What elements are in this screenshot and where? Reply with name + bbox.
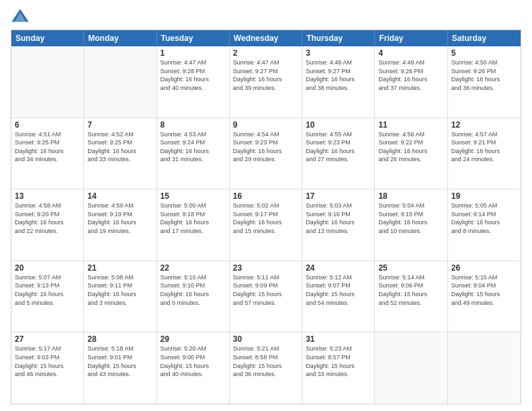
calendar-cell: 1Sunrise: 4:47 AM Sunset: 9:28 PM Daylig… xyxy=(157,46,230,118)
day-number: 31 xyxy=(306,334,371,344)
calendar-cell: 5Sunrise: 4:50 AM Sunset: 9:26 PM Daylig… xyxy=(448,46,521,118)
cell-content: Sunrise: 4:51 AM Sunset: 9:25 PM Dayligh… xyxy=(15,130,80,164)
cell-content: Sunrise: 4:58 AM Sunset: 9:20 PM Dayligh… xyxy=(15,201,80,235)
calendar-cell: 3Sunrise: 4:48 AM Sunset: 9:27 PM Daylig… xyxy=(302,46,375,118)
calendar-cell: 27Sunrise: 5:17 AM Sunset: 9:03 PM Dayli… xyxy=(11,332,84,404)
day-number: 23 xyxy=(233,263,298,273)
day-number: 21 xyxy=(87,263,152,273)
cell-content: Sunrise: 4:54 AM Sunset: 9:23 PM Dayligh… xyxy=(233,130,298,164)
calendar-cell: 22Sunrise: 5:10 AM Sunset: 9:10 PM Dayli… xyxy=(157,261,230,332)
page: SundayMondayTuesdayWednesdayThursdayFrid… xyxy=(0,0,532,411)
calendar-header-cell: Monday xyxy=(84,30,157,46)
cell-content: Sunrise: 5:05 AM Sunset: 9:14 PM Dayligh… xyxy=(451,201,517,235)
calendar-header-cell: Thursday xyxy=(302,30,375,46)
cell-content: Sunrise: 4:59 AM Sunset: 9:19 PM Dayligh… xyxy=(87,201,152,235)
calendar-header-cell: Sunday xyxy=(11,30,84,46)
cell-content: Sunrise: 5:14 AM Sunset: 9:06 PM Dayligh… xyxy=(378,273,443,307)
calendar-cell: 16Sunrise: 5:02 AM Sunset: 9:17 PM Dayli… xyxy=(230,189,302,261)
cell-content: Sunrise: 5:02 AM Sunset: 9:17 PM Dayligh… xyxy=(233,201,298,235)
calendar-cell: 23Sunrise: 5:11 AM Sunset: 9:09 PM Dayli… xyxy=(230,261,302,332)
calendar-cell: 14Sunrise: 4:59 AM Sunset: 9:19 PM Dayli… xyxy=(84,189,157,261)
calendar-cell: 25Sunrise: 5:14 AM Sunset: 9:06 PM Dayli… xyxy=(375,261,447,332)
day-number: 12 xyxy=(451,120,517,130)
day-number: 29 xyxy=(161,334,226,344)
day-number: 20 xyxy=(15,263,80,273)
cell-content: Sunrise: 5:07 AM Sunset: 9:13 PM Dayligh… xyxy=(15,273,80,307)
day-number: 24 xyxy=(306,263,371,273)
day-number: 14 xyxy=(87,191,152,201)
cell-content: Sunrise: 5:18 AM Sunset: 9:01 PM Dayligh… xyxy=(87,345,152,378)
cell-content: Sunrise: 5:03 AM Sunset: 9:16 PM Dayligh… xyxy=(306,201,371,235)
cell-content: Sunrise: 5:10 AM Sunset: 9:10 PM Dayligh… xyxy=(161,273,226,307)
calendar-cell: 30Sunrise: 5:21 AM Sunset: 8:58 PM Dayli… xyxy=(230,332,302,404)
day-number: 28 xyxy=(87,334,152,344)
calendar-cell: 10Sunrise: 4:55 AM Sunset: 9:23 PM Dayli… xyxy=(302,118,375,189)
day-number: 15 xyxy=(161,191,226,201)
cell-content: Sunrise: 5:11 AM Sunset: 9:09 PM Dayligh… xyxy=(233,273,298,307)
calendar-body: 1Sunrise: 4:47 AM Sunset: 9:28 PM Daylig… xyxy=(11,46,521,404)
day-number: 19 xyxy=(451,191,517,201)
cell-content: Sunrise: 4:57 AM Sunset: 9:21 PM Dayligh… xyxy=(451,130,517,164)
calendar-cell: 7Sunrise: 4:52 AM Sunset: 9:25 PM Daylig… xyxy=(84,118,157,189)
day-number: 9 xyxy=(233,120,298,130)
calendar-cell: 28Sunrise: 5:18 AM Sunset: 9:01 PM Dayli… xyxy=(84,332,157,404)
day-number: 3 xyxy=(306,48,371,58)
day-number: 22 xyxy=(161,263,226,273)
cell-content: Sunrise: 5:17 AM Sunset: 9:03 PM Dayligh… xyxy=(15,345,80,378)
day-number: 5 xyxy=(451,48,517,58)
cell-content: Sunrise: 5:21 AM Sunset: 8:58 PM Dayligh… xyxy=(233,345,298,378)
day-number: 8 xyxy=(161,120,226,130)
day-number: 18 xyxy=(378,191,443,201)
calendar-row: 6Sunrise: 4:51 AM Sunset: 9:25 PM Daylig… xyxy=(11,118,521,189)
cell-content: Sunrise: 4:47 AM Sunset: 9:27 PM Dayligh… xyxy=(233,58,298,92)
calendar-header-cell: Tuesday xyxy=(157,30,230,46)
calendar-cell: 8Sunrise: 4:53 AM Sunset: 9:24 PM Daylig… xyxy=(157,118,230,189)
calendar-cell: 9Sunrise: 4:54 AM Sunset: 9:23 PM Daylig… xyxy=(230,118,302,189)
day-number: 7 xyxy=(87,120,152,130)
header xyxy=(11,7,521,26)
day-number: 13 xyxy=(15,191,80,201)
cell-content: Sunrise: 4:56 AM Sunset: 9:22 PM Dayligh… xyxy=(378,130,443,164)
day-number: 30 xyxy=(233,334,298,344)
day-number: 25 xyxy=(378,263,443,273)
calendar-cell: 15Sunrise: 5:00 AM Sunset: 9:18 PM Dayli… xyxy=(157,189,230,261)
calendar-cell: 13Sunrise: 4:58 AM Sunset: 9:20 PM Dayli… xyxy=(11,189,84,261)
cell-content: Sunrise: 5:12 AM Sunset: 9:07 PM Dayligh… xyxy=(306,273,371,307)
day-number: 16 xyxy=(233,191,298,201)
calendar-cell: 2Sunrise: 4:47 AM Sunset: 9:27 PM Daylig… xyxy=(230,46,302,118)
cell-content: Sunrise: 5:04 AM Sunset: 9:15 PM Dayligh… xyxy=(378,201,443,235)
day-number: 1 xyxy=(161,48,226,58)
cell-content: Sunrise: 5:20 AM Sunset: 9:00 PM Dayligh… xyxy=(161,345,226,378)
cell-content: Sunrise: 5:23 AM Sunset: 8:57 PM Dayligh… xyxy=(306,345,371,378)
calendar-cell: 29Sunrise: 5:20 AM Sunset: 9:00 PM Dayli… xyxy=(157,332,230,404)
cell-content: Sunrise: 4:55 AM Sunset: 9:23 PM Dayligh… xyxy=(306,130,371,164)
calendar-cell: 4Sunrise: 4:49 AM Sunset: 9:26 PM Daylig… xyxy=(375,46,447,118)
cell-content: Sunrise: 5:15 AM Sunset: 9:04 PM Dayligh… xyxy=(451,273,517,307)
calendar-cell: 21Sunrise: 5:08 AM Sunset: 9:11 PM Dayli… xyxy=(84,261,157,332)
logo xyxy=(11,7,32,26)
calendar-cell: 18Sunrise: 5:04 AM Sunset: 9:15 PM Dayli… xyxy=(375,189,447,261)
cell-content: Sunrise: 5:08 AM Sunset: 9:11 PM Dayligh… xyxy=(87,273,152,307)
calendar-header-cell: Saturday xyxy=(448,30,521,46)
day-number: 11 xyxy=(378,120,443,130)
day-number: 2 xyxy=(233,48,298,58)
cell-content: Sunrise: 4:52 AM Sunset: 9:25 PM Dayligh… xyxy=(87,130,152,164)
calendar-header-cell: Friday xyxy=(375,30,447,46)
cell-content: Sunrise: 4:50 AM Sunset: 9:26 PM Dayligh… xyxy=(451,58,517,92)
cell-content: Sunrise: 4:53 AM Sunset: 9:24 PM Dayligh… xyxy=(161,130,226,164)
calendar-row: 20Sunrise: 5:07 AM Sunset: 9:13 PM Dayli… xyxy=(11,261,521,332)
calendar-cell: 17Sunrise: 5:03 AM Sunset: 9:16 PM Dayli… xyxy=(302,189,375,261)
calendar-cell xyxy=(375,332,447,404)
calendar-row: 1Sunrise: 4:47 AM Sunset: 9:28 PM Daylig… xyxy=(11,46,521,118)
logo-icon xyxy=(11,7,30,26)
cell-content: Sunrise: 5:00 AM Sunset: 9:18 PM Dayligh… xyxy=(161,201,226,235)
day-number: 10 xyxy=(306,120,371,130)
calendar-header-row: SundayMondayTuesdayWednesdayThursdayFrid… xyxy=(11,30,521,46)
calendar-row: 27Sunrise: 5:17 AM Sunset: 9:03 PM Dayli… xyxy=(11,332,521,404)
day-number: 26 xyxy=(451,263,517,273)
calendar: SundayMondayTuesdayWednesdayThursdayFrid… xyxy=(11,30,521,404)
calendar-cell xyxy=(448,332,521,404)
day-number: 17 xyxy=(306,191,371,201)
calendar-cell: 20Sunrise: 5:07 AM Sunset: 9:13 PM Dayli… xyxy=(11,261,84,332)
calendar-cell xyxy=(11,46,84,118)
